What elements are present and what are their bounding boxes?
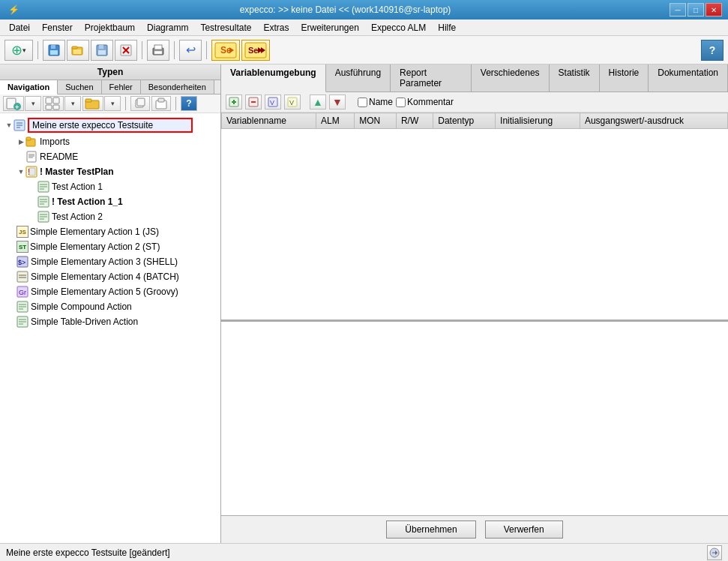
- close-doc-button[interactable]: [115, 40, 137, 61]
- svg-text:V: V: [289, 99, 294, 106]
- print-button[interactable]: [147, 40, 169, 61]
- tree-info-btn[interactable]: ?: [181, 96, 197, 111]
- svg-rect-8: [98, 50, 106, 55]
- svg-rect-28: [53, 105, 59, 110]
- list-item[interactable]: ▶ Imports: [1, 134, 219, 149]
- tree-item-label: Simple Elementary Action 5 (Groovy): [31, 286, 217, 297]
- list-item[interactable]: Gr Simple Elementary Action 5 (Groovy): [1, 284, 219, 299]
- name-checkbox[interactable]: [358, 98, 367, 107]
- description-textarea[interactable]: [221, 322, 728, 515]
- tree-edit-input[interactable]: [28, 118, 193, 133]
- list-item[interactable]: ! Test Action 1_1: [1, 194, 219, 209]
- menu-diagramm[interactable]: Diagramm: [141, 21, 194, 34]
- menu-extras[interactable]: Extras: [257, 21, 295, 34]
- run-button[interactable]: Se: [211, 40, 240, 61]
- expander-icon: ▼: [16, 168, 25, 176]
- svg-rect-13: [154, 45, 162, 50]
- menu-erweiterungen[interactable]: Erweiterungen: [295, 21, 364, 34]
- accept-button[interactable]: Übernehmen: [386, 520, 475, 538]
- tab-suchen[interactable]: Suchen: [58, 80, 101, 94]
- kommentar-checkbox[interactable]: [396, 98, 406, 107]
- list-item[interactable]: Test Action 1: [1, 179, 219, 194]
- tree-expand-btn[interactable]: ▾: [25, 96, 41, 111]
- back-button[interactable]: ↩: [179, 40, 202, 61]
- imports-icon: [25, 136, 37, 148]
- svg-rect-32: [137, 98, 145, 106]
- tab-variablenumgebung[interactable]: Variablenumgebung: [221, 64, 326, 92]
- description-area[interactable]: [221, 320, 728, 515]
- tab-navigation[interactable]: Navigation: [0, 80, 58, 94]
- menu-hilfe[interactable]: Hilfe: [432, 21, 462, 34]
- close-button[interactable]: ✕: [706, 3, 722, 16]
- tab-historie[interactable]: Historie: [600, 64, 649, 92]
- lt-sep2: [175, 97, 176, 110]
- var-edit-btn[interactable]: V: [284, 94, 301, 110]
- expander-icon: ▼: [4, 122, 13, 129]
- list-item[interactable]: ▼: [1, 116, 219, 134]
- left-panel: Typen Navigation Suchen Fehler Besonderh…: [0, 64, 221, 543]
- tree-item-label: Simple Elementary Action 1 (JS): [30, 226, 217, 237]
- var-down-btn[interactable]: ▼: [329, 94, 346, 110]
- tab-dokumentation[interactable]: Dokumentation: [649, 64, 728, 92]
- open-button[interactable]: [67, 40, 89, 61]
- save-button[interactable]: [43, 40, 65, 61]
- groovy-icon: Gr: [16, 286, 28, 298]
- col-ausgangswert: Ausgangswert/-ausdruck: [580, 113, 727, 129]
- saveas-button[interactable]: [91, 40, 113, 61]
- right-panel: Variablenumgebung Ausführung Report Para…: [221, 64, 728, 543]
- tab-ausfuhrung[interactable]: Ausführung: [326, 64, 391, 92]
- menu-fenster[interactable]: Fenster: [36, 21, 79, 34]
- kommentar-checkbox-label[interactable]: Kommentar: [396, 97, 454, 107]
- tab-fehler[interactable]: Fehler: [102, 80, 141, 94]
- tree-expand-all-btn[interactable]: [43, 96, 64, 111]
- list-item[interactable]: Test Action 2: [1, 209, 219, 224]
- list-item[interactable]: ▼ ! ! Master TestPlan: [1, 164, 219, 179]
- svg-rect-25: [46, 98, 52, 104]
- list-item[interactable]: ST Simple Elementary Action 2 (ST): [1, 239, 219, 254]
- tree-new-btn[interactable]: +: [3, 96, 24, 111]
- tree-folder2-btn[interactable]: ▾: [104, 96, 121, 111]
- tree-expand2-btn[interactable]: ▾: [64, 96, 81, 111]
- menu-datei[interactable]: Datei: [3, 21, 36, 34]
- var-remove-btn[interactable]: [245, 94, 262, 110]
- menu-testresultate[interactable]: Testresultate: [194, 21, 257, 34]
- discard-button[interactable]: Verwerfen: [485, 520, 563, 538]
- left-panel-header: Typen: [0, 64, 220, 80]
- tab-statistik[interactable]: Statistik: [550, 64, 600, 92]
- tree-container[interactable]: ▼ ▶ Imports REA: [0, 113, 220, 543]
- toolbar-separator-4: [206, 41, 207, 59]
- tree-item-label: ! Master TestPlan: [40, 166, 217, 177]
- menu-alm[interactable]: Expecco ALM: [365, 21, 432, 34]
- app-icon: ⚡: [6, 4, 21, 15]
- svg-text:Se: Se: [248, 46, 258, 55]
- list-item[interactable]: JS Simple Elementary Action 1 (JS): [1, 224, 219, 239]
- help-button[interactable]: ?: [701, 40, 724, 61]
- title-bar: ⚡ expecco: >> keine Datei << (work140916…: [0, 0, 728, 20]
- status-icon[interactable]: [707, 545, 722, 560]
- tab-besonderheiten[interactable]: Besonderheiten: [141, 80, 214, 94]
- minimize-button[interactable]: ─: [670, 3, 686, 16]
- var-add-btn[interactable]: [226, 94, 242, 110]
- tab-report-parameter[interactable]: Report Parameter: [391, 64, 472, 92]
- tree-paste-btn[interactable]: [151, 96, 171, 111]
- tree-folder-btn[interactable]: [82, 96, 103, 111]
- col-mon: MON: [355, 113, 397, 129]
- var-up-btn[interactable]: ▲: [310, 94, 326, 110]
- tab-verschiedenes[interactable]: Verschiedenes: [472, 64, 550, 92]
- var-type-btn[interactable]: V: [265, 94, 281, 110]
- variable-table-area[interactable]: Variablenname ALM MON R/W Datentyp Initi…: [221, 112, 728, 320]
- list-item[interactable]: README: [1, 149, 219, 164]
- list-item[interactable]: $> Simple Elementary Action 3 (SHELL): [1, 254, 219, 269]
- new-button[interactable]: ⊕▾: [4, 40, 33, 61]
- run2-button[interactable]: Se: [241, 40, 270, 61]
- menu-projektbaum[interactable]: Projektbaum: [79, 21, 141, 34]
- list-item[interactable]: Simple Table-Driven Action: [1, 314, 219, 329]
- action-icon: [37, 211, 49, 223]
- list-item[interactable]: Simple Elementary Action 4 (BATCH): [1, 269, 219, 284]
- maximize-button[interactable]: □: [688, 3, 704, 16]
- tree-copy-btn[interactable]: [130, 96, 150, 111]
- name-checkbox-label[interactable]: Name: [358, 97, 393, 107]
- svg-rect-26: [53, 98, 59, 104]
- col-initialisierung: Initialisierung: [496, 113, 580, 129]
- list-item[interactable]: Simple Compound Action: [1, 299, 219, 314]
